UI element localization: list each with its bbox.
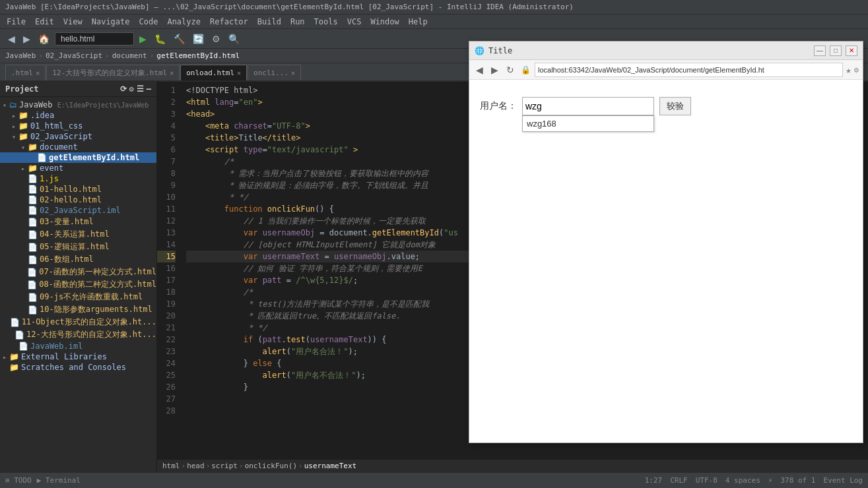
tree-03var[interactable]: 📄 03-变量.html — [0, 216, 156, 228]
tree-02hello[interactable]: 📄 02-hello.html — [0, 195, 156, 205]
bc-onclickfun[interactable]: onclickFun() — [245, 462, 297, 470]
tab-oncli[interactable]: oncli... ✕ — [248, 65, 301, 80]
ln-16: 16 — [157, 262, 176, 274]
tab-html-close[interactable]: ✕ — [36, 69, 40, 76]
toolbar-forward-btn[interactable]: ▶ — [20, 32, 33, 46]
ln-14: 14 — [157, 239, 176, 251]
menu-vcs[interactable]: VCS — [343, 16, 366, 28]
sidebar-gear-icon[interactable]: ☰ — [137, 84, 144, 94]
menu-edit[interactable]: Edit — [31, 16, 58, 28]
tab-oncli-close[interactable]: ✕ — [291, 69, 295, 76]
event-log-label[interactable]: Event Log — [823, 476, 863, 485]
verify-button[interactable]: 较验 — [659, 97, 691, 115]
menu-window[interactable]: Window — [366, 16, 403, 28]
browser-refresh-btn[interactable]: ↻ — [504, 63, 517, 76]
tab-html[interactable]: .html ✕ — [5, 65, 46, 80]
menu-bar: File Edit View Navigate Code Analyze Ref… — [0, 15, 868, 29]
menu-refactor[interactable]: Refactor — [206, 16, 252, 28]
browser-title-text: Title — [488, 46, 810, 55]
tab-bigbracket[interactable]: 12-大括号形式的自定义对象.html ✕ — [46, 65, 180, 80]
ln-9: 9 — [157, 179, 176, 191]
tree-11obj1[interactable]: 📄 11-Object形式的自定义对象.ht... — [0, 316, 156, 328]
tree-label-extlibs: External Libraries — [21, 352, 107, 361]
browser-url-input[interactable]: localhost:63342/JavaWeb/02_JavaScript/do… — [535, 63, 843, 77]
tree-02jsiml[interactable]: 📄 02_JavaScript.iml — [0, 205, 156, 216]
bc-usernametext[interactable]: usernameText — [304, 462, 356, 470]
tree-document[interactable]: ▾ 📁 document — [0, 142, 156, 152]
tree-scratches[interactable]: 📁 Scratches and Consoles — [0, 362, 156, 373]
file-icon-06arr: 📄 — [28, 255, 38, 264]
toolbar-reload-btn[interactable]: 🔄 — [190, 32, 207, 46]
tree-getelementbyid[interactable]: 📄 getElementById.html — [0, 152, 156, 163]
folder-icon-02js: 📁 — [18, 132, 28, 141]
tree-10hidden[interactable]: 📄 10-隐形参数arguments.html — [0, 303, 156, 316]
tree-extlibs[interactable]: ▸ 📁 External Libraries — [0, 351, 156, 362]
breadcrumb-file[interactable]: getElementById.html — [156, 51, 240, 60]
breadcrumb-document[interactable]: document — [112, 51, 147, 60]
browser-back-btn[interactable]: ◀ — [473, 63, 486, 76]
menu-file[interactable]: File — [3, 16, 30, 28]
tab-onload[interactable]: onload.html ✕ — [180, 65, 247, 80]
browser-minimize-btn[interactable]: — — [814, 46, 826, 56]
sidebar-settings-icon[interactable]: ⚙ — [129, 84, 134, 94]
nav-field[interactable]: hello.html — [55, 32, 134, 46]
tree-09nofunc[interactable]: 📄 09-js不允许函数重载.html — [0, 291, 156, 303]
tree-01html[interactable]: ▸ 📁 01_html_css — [0, 121, 156, 131]
menu-view[interactable]: View — [59, 16, 86, 28]
toolbar-search-btn[interactable]: 🔍 — [226, 32, 242, 46]
menu-run[interactable]: Run — [286, 16, 309, 28]
file-icon-07func1: 📄 — [27, 268, 37, 277]
tree-idea[interactable]: ▸ 📁 .idea — [0, 110, 156, 121]
autocomplete-dropdown[interactable]: wzg168 — [522, 115, 654, 132]
tree: ▾ 🗂 JavaWeb E:\IdeaProjects\JavaWeb ▸ 📁 … — [0, 97, 156, 472]
tree-event[interactable]: ▸ 📁 event — [0, 163, 156, 173]
menu-code[interactable]: Code — [135, 16, 162, 28]
tree-javawebiml[interactable]: 📄 JavaWeb.iml — [0, 341, 156, 351]
bc-html[interactable]: html — [162, 462, 180, 470]
browser-close-btn[interactable]: ✕ — [846, 46, 857, 56]
tree-01hello[interactable]: 📄 01-hello.html — [0, 184, 156, 195]
username-input[interactable] — [522, 97, 654, 115]
browser-content: 用户名： wzg168 较验 — [469, 80, 863, 442]
toolbar-debug-btn[interactable]: 🐛 — [152, 32, 168, 46]
tree-07func1[interactable]: 📄 07-函数的第一种定义方式.html — [0, 266, 156, 278]
breadcrumb-javaWeb[interactable]: JavaWeb — [5, 51, 36, 60]
tree-label-04rel: 04-关系运算.html — [40, 229, 110, 240]
menu-tools[interactable]: Tools — [310, 16, 342, 28]
tab-bigbracket-close[interactable]: ✕ — [170, 69, 174, 76]
terminal-label[interactable]: ▶ Terminal — [37, 476, 81, 485]
todo-label[interactable]: ≡ TODO — [5, 476, 32, 485]
bc-head[interactable]: head — [187, 462, 205, 470]
browser-settings-icon[interactable]: ⚙ — [854, 65, 859, 75]
tree-08func2[interactable]: 📄 08-函数的第二种定义方式.html — [0, 278, 156, 291]
browser-forward-btn[interactable]: ▶ — [488, 63, 501, 76]
menu-build[interactable]: Build — [253, 16, 285, 28]
menu-help[interactable]: Help — [405, 16, 432, 28]
tab-onload-close[interactable]: ✕ — [237, 69, 241, 76]
toolbar-build-btn[interactable]: 🔨 — [171, 32, 187, 46]
browser-bookmark-icon[interactable]: ★ — [846, 65, 851, 75]
autocomplete-item-wzg168[interactable]: wzg168 — [523, 116, 653, 131]
breadcrumb-02js[interactable]: 02_JavaScript — [46, 51, 102, 60]
tree-04rel[interactable]: 📄 04-关系运算.html — [0, 228, 156, 241]
folder-icon-01html: 📁 — [18, 121, 28, 131]
ln-20: 20 — [157, 310, 176, 322]
toolbar-settings-btn[interactable]: ⚙ — [209, 32, 223, 46]
menu-navigate[interactable]: Navigate — [88, 16, 134, 28]
toolbar-home-btn[interactable]: 🏠 — [36, 32, 52, 46]
tree-12obj2[interactable]: 📄 12-大括号形式的自定义对象.ht... — [0, 328, 156, 341]
tree-02js[interactable]: ▾ 📁 02_JavaScript — [0, 131, 156, 142]
ln-1: 1 — [157, 84, 176, 96]
sidebar-header: Project ⟳ ⚙ ☰ — — [0, 82, 156, 97]
sidebar-sync-icon[interactable]: ⟳ — [120, 84, 127, 94]
browser-maximize-btn[interactable]: □ — [830, 46, 842, 56]
menu-analyze[interactable]: Analyze — [163, 16, 205, 28]
sidebar-close-icon[interactable]: — — [147, 84, 151, 94]
tree-05logic[interactable]: 📄 05-逻辑运算.html — [0, 241, 156, 253]
tree-1js[interactable]: 📄 1.js — [0, 173, 156, 184]
bc-script[interactable]: script — [211, 462, 238, 470]
tree-javaWeb-root[interactable]: ▾ 🗂 JavaWeb E:\IdeaProjects\JavaWeb — [0, 100, 156, 110]
toolbar-back-btn[interactable]: ◀ — [5, 32, 18, 46]
toolbar-run-btn[interactable]: ▶ — [137, 32, 149, 46]
tree-06arr[interactable]: 📄 06-数组.html — [0, 253, 156, 266]
